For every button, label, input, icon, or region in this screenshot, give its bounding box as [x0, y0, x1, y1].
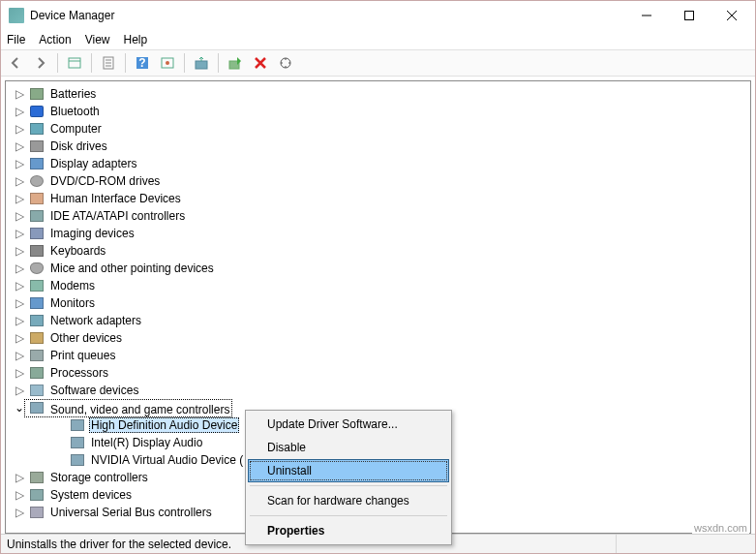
expand-icon[interactable]: ▷ — [14, 367, 25, 379]
back-button[interactable] — [5, 52, 26, 74]
watermark: wsxdn.com — [692, 522, 749, 534]
ctx-properties[interactable]: Properties — [248, 519, 449, 542]
expand-icon[interactable]: ▷ — [14, 106, 25, 117]
tree-item[interactable]: ▷Keyboards — [6, 242, 750, 260]
ctx-scan-hardware[interactable]: Scan for hardware changes — [248, 489, 449, 512]
tree-item[interactable]: ▷Batteries — [6, 85, 750, 103]
svg-rect-1 — [69, 58, 80, 68]
expand-icon[interactable]: ▷ — [14, 210, 25, 222]
expand-icon[interactable]: ▷ — [14, 193, 25, 204]
tree-item[interactable]: ▷IDE ATA/ATAPI controllers — [6, 207, 750, 225]
title-bar: Device Manager — [1, 1, 755, 30]
window-title: Device Manager — [30, 9, 625, 22]
toolbar-separator — [184, 53, 185, 73]
imaging-icon — [29, 226, 45, 241]
expand-icon[interactable]: ▷ — [14, 123, 25, 135]
hid-icon — [29, 191, 45, 206]
tree-item[interactable]: ▷Print queues — [6, 347, 750, 364]
expand-icon[interactable]: ▷ — [14, 507, 25, 518]
system-icon — [29, 487, 45, 503]
software-icon — [29, 383, 45, 398]
expand-icon[interactable]: ▷ — [14, 350, 25, 361]
usb-icon — [29, 505, 45, 520]
tree-item[interactable]: ▷Network adapters — [6, 312, 750, 329]
app-icon — [9, 8, 24, 23]
expand-icon[interactable]: ▷ — [14, 472, 25, 483]
battery-icon — [29, 86, 45, 102]
svg-text:?: ? — [138, 56, 145, 70]
show-hide-tree-button[interactable] — [64, 52, 85, 74]
bluetooth-icon — [29, 104, 45, 119]
menu-view[interactable]: View — [85, 33, 110, 46]
expand-icon[interactable]: ▷ — [14, 489, 25, 501]
sound-icon — [29, 400, 45, 416]
tree-item[interactable]: ▷Computer — [6, 120, 750, 138]
toolbar-separator — [57, 53, 58, 73]
ctx-disable[interactable]: Disable — [248, 436, 449, 459]
tree-item[interactable]: ▷DVD/CD-ROM drives — [6, 172, 750, 190]
toolbar: ? — [1, 49, 755, 77]
ctx-separator — [250, 515, 447, 516]
close-button[interactable] — [711, 2, 753, 29]
menu-file[interactable]: File — [7, 33, 25, 46]
speaker-icon — [70, 452, 85, 468]
uninstall-button[interactable] — [250, 52, 271, 74]
speaker-icon — [70, 417, 85, 433]
selected-device-label: High Definition Audio Device — [89, 417, 239, 433]
tree-item[interactable]: ▷Software devices — [6, 382, 750, 399]
printer-icon — [29, 348, 45, 363]
expand-icon[interactable]: ▷ — [14, 228, 25, 239]
tree-item[interactable]: ▷Bluetooth — [6, 103, 750, 120]
monitor-icon — [29, 295, 45, 311]
svg-rect-7 — [196, 61, 207, 69]
ctx-update-driver[interactable]: Update Driver Software... — [248, 413, 449, 436]
svg-point-6 — [166, 61, 169, 65]
expand-icon[interactable]: ▷ — [14, 297, 25, 309]
expand-icon[interactable]: ▷ — [14, 88, 25, 100]
ide-icon — [29, 208, 45, 224]
tree-item[interactable]: ▷Disk drives — [6, 138, 750, 155]
expand-icon[interactable]: ▷ — [14, 332, 25, 344]
properties-button[interactable] — [98, 52, 119, 74]
tree-item[interactable]: ▷Other devices — [6, 329, 750, 347]
storage-icon — [29, 470, 45, 485]
menu-help[interactable]: Help — [124, 33, 148, 46]
expand-icon[interactable]: ▷ — [14, 175, 25, 187]
expand-icon[interactable]: ▷ — [14, 280, 25, 292]
menu-action[interactable]: Action — [39, 33, 71, 46]
tree-item[interactable]: ▷Imaging devices — [6, 225, 750, 242]
tree-item[interactable]: ▷Monitors — [6, 294, 750, 312]
collapse-icon[interactable]: ⌄ — [14, 402, 25, 414]
dvd-icon — [29, 173, 45, 189]
maximize-button[interactable] — [668, 2, 711, 29]
ctx-separator — [250, 485, 447, 486]
speaker-icon — [70, 435, 85, 450]
tree-item[interactable]: ▷Modems — [6, 277, 750, 294]
enable-button[interactable] — [225, 52, 246, 74]
forward-button[interactable] — [30, 52, 51, 74]
network-icon — [29, 313, 45, 328]
context-menu: Update Driver Software... Disable Uninst… — [245, 410, 452, 545]
expand-icon[interactable]: ▷ — [14, 140, 25, 152]
action-button[interactable] — [157, 52, 178, 74]
expand-icon[interactable]: ▷ — [14, 315, 25, 326]
tree-item[interactable]: ▷Human Interface Devices — [6, 190, 750, 207]
minimize-button[interactable] — [625, 2, 668, 29]
expand-icon[interactable]: ▷ — [14, 262, 25, 274]
expand-icon[interactable]: ▷ — [14, 385, 25, 396]
expand-icon[interactable]: ▷ — [14, 158, 25, 169]
tree-item[interactable]: ▷Processors — [6, 364, 750, 382]
toolbar-separator — [218, 53, 219, 73]
help-button[interactable]: ? — [132, 52, 153, 74]
expand-icon[interactable]: ▷ — [14, 245, 25, 257]
tree-item[interactable]: ▷Mice and other pointing devices — [6, 260, 750, 277]
menu-bar: File Action View Help — [1, 30, 755, 49]
disk-icon — [29, 138, 45, 154]
tree-item[interactable]: ▷Display adapters — [6, 155, 750, 172]
modem-icon — [29, 278, 45, 293]
svg-rect-0 — [685, 12, 694, 20]
ctx-uninstall[interactable]: Uninstall — [248, 459, 449, 482]
cpu-icon — [29, 365, 45, 381]
scan-hardware-button[interactable] — [275, 52, 296, 74]
update-driver-button[interactable] — [191, 52, 212, 74]
